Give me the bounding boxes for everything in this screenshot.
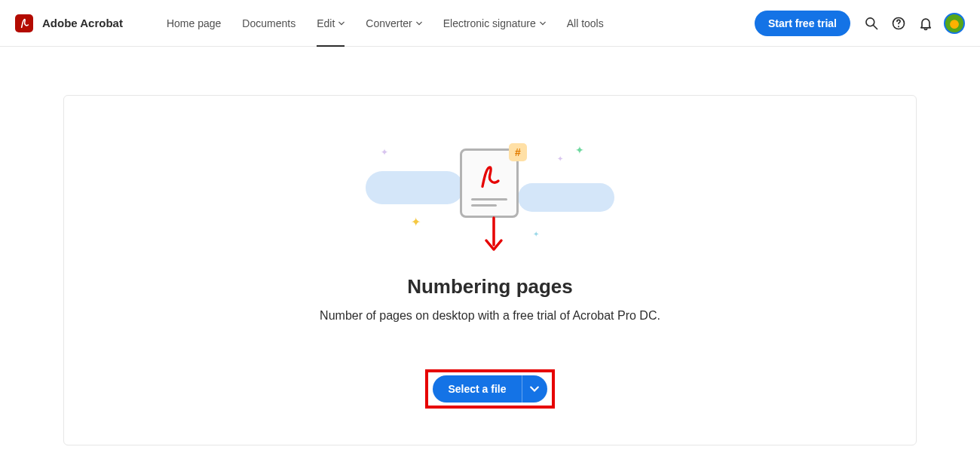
- cloud-shape: [366, 171, 464, 204]
- search-icon[interactable]: [858, 10, 885, 37]
- main-area: ✦ ✦ ✦ ✦ ✦ # Numbering pages Number of pa…: [0, 47, 980, 450]
- page-title: Numbering pages: [94, 275, 886, 298]
- sparkle-icon: ✦: [575, 144, 584, 156]
- sparkle-icon: ✦: [557, 155, 563, 163]
- chevron-down-icon: [416, 20, 422, 26]
- arrow-down-icon: [484, 216, 504, 253]
- nav-converter-label: Converter: [366, 17, 412, 29]
- brand-group[interactable]: Adobe Acrobat: [15, 14, 123, 32]
- avatar[interactable]: [944, 13, 965, 34]
- document-icon: #: [460, 148, 519, 218]
- acrobat-logo-icon: [15, 14, 33, 32]
- tool-card: ✦ ✦ ✦ ✦ ✦ # Numbering pages Number of pa…: [63, 95, 917, 445]
- chevron-down-icon: [530, 384, 539, 393]
- nav-esign[interactable]: Electronic signature: [433, 0, 556, 47]
- nav-home[interactable]: Home page: [156, 0, 231, 47]
- help-icon[interactable]: [885, 10, 912, 37]
- cloud-shape: [518, 183, 614, 212]
- header: Adobe Acrobat Home page Documents Edit C…: [0, 0, 980, 47]
- nav-documents-label: Documents: [242, 17, 296, 29]
- brand-name: Adobe Acrobat: [42, 17, 123, 29]
- nav-converter[interactable]: Converter: [355, 0, 432, 47]
- acrobat-mark-icon: [476, 163, 503, 190]
- nav-home-label: Home page: [167, 17, 221, 29]
- select-file-group: Select a file: [425, 369, 554, 409]
- nav-alltools[interactable]: All tools: [556, 0, 614, 47]
- page-subtitle: Number of pages on desktop with a free t…: [94, 309, 886, 323]
- select-file-button[interactable]: Select a file: [433, 375, 521, 403]
- select-file-dropdown[interactable]: [522, 375, 547, 403]
- main-nav: Home page Documents Edit Converter Elect…: [156, 0, 614, 47]
- nav-alltools-label: All tools: [567, 17, 604, 29]
- hash-badge-icon: #: [509, 143, 527, 161]
- notifications-icon[interactable]: [912, 10, 939, 37]
- sparkle-icon: ✦: [533, 230, 539, 238]
- chevron-down-icon: [540, 20, 546, 26]
- sparkle-icon: ✦: [381, 147, 388, 158]
- illustration: ✦ ✦ ✦ ✦ ✦ #: [366, 141, 614, 262]
- chevron-down-icon: [338, 20, 345, 26]
- nav-edit-label: Edit: [317, 17, 335, 29]
- svg-point-3: [898, 26, 899, 27]
- nav-documents[interactable]: Documents: [231, 0, 306, 47]
- start-free-trial-button[interactable]: Start free trial: [755, 11, 850, 36]
- svg-line-1: [874, 25, 877, 29]
- sparkle-icon: ✦: [411, 215, 421, 229]
- nav-esign-label: Electronic signature: [443, 17, 536, 29]
- nav-edit[interactable]: Edit: [306, 0, 355, 47]
